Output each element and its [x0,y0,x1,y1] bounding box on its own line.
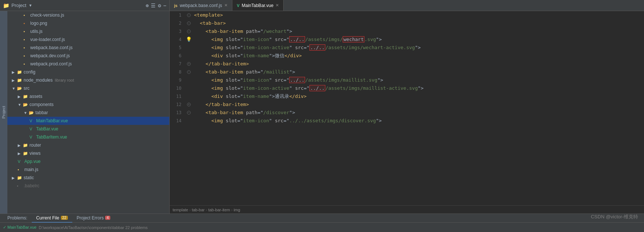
sidebar-item-components[interactable]: ▼ 📂 components [7,100,170,109]
fold-gutter[interactable]: − [185,21,193,25]
action-icon-4[interactable]: − [163,3,166,8]
code-text: </tab-bar-item> [193,100,249,109]
arrow-icon: ▶ [12,70,17,74]
sidebar-item-router[interactable]: ▶ 📁 router [7,141,170,149]
code-line-6: 6 <div slot="item-name">微信</div> [170,52,644,60]
folder-label: node_modules [24,78,53,83]
file-label: webpack.dev.conf.js [30,53,70,58]
tab-current-file-label: Current File [36,215,59,221]
action-icon-3[interactable]: ⚙ [158,3,161,8]
code-text: <div slot="item-name">通讯录</div> [193,92,307,100]
sidebar-item-tabbar[interactable]: ▼ 📂 tabbar [7,109,170,117]
sidebar-item-utils[interactable]: ▪ utils.js [7,27,170,35]
status-tabs: Problems: Current File 22 Project Errors… [3,214,115,223]
folder-open-icon: 📂 [17,86,24,91]
code-content-area[interactable]: 1 − <template> 2 − <tab-bar> 3 − <tab-ba… [170,11,644,205]
sidebar-item-webpack-base[interactable]: ▪ webpack.base.conf.js [7,44,170,52]
code-line-8: 8 − <tab-bar-item path="/maillist"> [170,68,644,76]
action-icon-1[interactable]: ⊕ [146,3,149,8]
file-label: MainTabBar.vue [36,118,68,123]
sidebar-item-webpack-prod[interactable]: ▪ webpack.prod.conf.js [7,60,170,68]
tab-project-errors[interactable]: Project Errors 4 [72,214,115,223]
vue-file-icon: V [30,135,36,139]
img-file-icon: ▪ [24,21,30,25]
sidebar-item-babelrc[interactable]: ▪ .babelrc [7,182,170,190]
line-number: 13 [170,109,185,117]
fold-gutter[interactable]: − [185,13,193,17]
code-text: <tab-bar-item path="/maillist"> [193,68,295,76]
code-line-3: 3 − <tab-bar-item path="/wechart"> [170,27,644,35]
fold-gutter[interactable]: − [185,30,193,33]
folder-icon: 📁 [23,151,30,156]
sidebar-item-assets[interactable]: ▶ 📁 assets [7,92,170,100]
folder-icon: 📁 [23,94,30,99]
sidebar-item-main-js[interactable]: ▪ main.js [7,166,170,174]
js-icon: js [174,3,177,8]
sidebar-item-config[interactable]: ▶ 📁 config [7,68,170,76]
line-number: 3 [170,27,185,35]
line-number: 14 [170,117,185,125]
file-label: logo.png [30,21,47,26]
breadcrumb-part-3: tab-bar-item [208,208,230,212]
tab-main-tabbar[interactable]: V MainTabBar.vue ✕ [232,0,284,11]
library-tag: library root [55,78,74,82]
sidebar-item-src[interactable]: ▼ 📂 src [7,84,170,92]
vue-file-icon: V [30,119,36,123]
code-line-11: 11 <div slot="item-name">通讯录</div> [170,92,644,100]
bottom-file-path: D:\workspace\AiTaoBao\src\components\tab… [39,225,148,230]
arrow-icon: ▶ [12,176,17,180]
fold-icon[interactable]: − [187,111,191,115]
file-label: main.js [24,167,38,172]
fold-gutter[interactable]: + [185,103,193,106]
sidebar-item-app-vue[interactable]: V App.vue [7,157,170,166]
fold-icon[interactable]: + [187,103,191,106]
tab-problems[interactable]: Problems: [3,214,32,223]
fold-gutter[interactable]: − [185,111,193,115]
sidebar-item-logo[interactable]: ▪ logo.png [7,19,170,27]
sidebar-item-tabbaritem-vue[interactable]: V TabBarItem.vue [7,133,170,141]
fold-icon[interactable]: − [187,30,191,33]
project-vertical-label: Project [0,11,7,214]
fold-icon[interactable]: + [187,62,191,66]
sidebar-item-check-versions[interactable]: ▪ check-versions.js [7,11,170,19]
fold-gutter[interactable]: − [185,70,193,74]
fold-icon[interactable]: − [187,21,191,25]
folder-label: router [30,143,41,148]
code-editor: 1 − <template> 2 − <tab-bar> 3 − <tab-ba… [170,11,644,214]
code-text: <div slot="item-name">微信</div> [193,52,302,60]
line-number: 7 [170,60,185,68]
current-file-badge: 22 [61,216,68,220]
code-line-2: 2 − <tab-bar> [170,19,644,27]
fold-icon[interactable]: − [187,70,191,74]
dropdown-icon[interactable]: ▼ [29,3,31,7]
project-title: Project [11,3,26,8]
code-line-13: 13 − <tab-bar-item path="/discover"> [170,109,644,117]
js-file-icon: ▪ [24,37,30,42]
folder-label: components [30,102,53,107]
line-number: 5 [170,44,185,52]
line-number: 12 [170,100,185,109]
project-errors-badge: 4 [105,216,110,220]
fold-gutter[interactable]: + [185,62,193,66]
folder-open-icon: 📂 [23,102,30,107]
bulb-gutter[interactable]: 💡 [185,35,193,44]
folder-label: assets [30,94,42,99]
sidebar-item-vueloader[interactable]: ▪ vue-loader.conf.js [7,35,170,44]
fold-icon[interactable]: − [187,13,191,17]
sidebar-item-views[interactable]: ▶ 📁 views [7,149,170,157]
tab-current-file[interactable]: Current File 22 [32,214,72,223]
bottom-file-vue-label: ✓ MainTabBar.vue [3,225,37,230]
tab-webpack-base[interactable]: js webpack.base.conf.js ✕ [170,0,232,11]
code-text: <tab-bar> [193,19,226,27]
sidebar-item-static[interactable]: ▶ 📁 static [7,174,170,182]
sidebar-item-webpack-dev[interactable]: ▪ webpack.dev.conf.js [7,52,170,60]
sidebar-item-tabbar-vue[interactable]: V TabBar.vue [7,125,170,133]
action-icon-2[interactable]: ☰ [151,3,156,8]
folder-icon: 📁 [17,70,24,75]
code-text: <img slot="item-icon-active" src="../..​… [193,84,423,92]
tab-close-webpack[interactable]: ✕ [224,3,228,8]
sidebar-item-maintabbar[interactable]: V MainTabBar.vue [7,117,170,125]
sidebar-item-node-modules[interactable]: ▶ 📁 node_modules library root [7,76,170,84]
tab-close-maintabbar[interactable]: ✕ [276,3,279,8]
line-number: 1 [170,11,185,19]
